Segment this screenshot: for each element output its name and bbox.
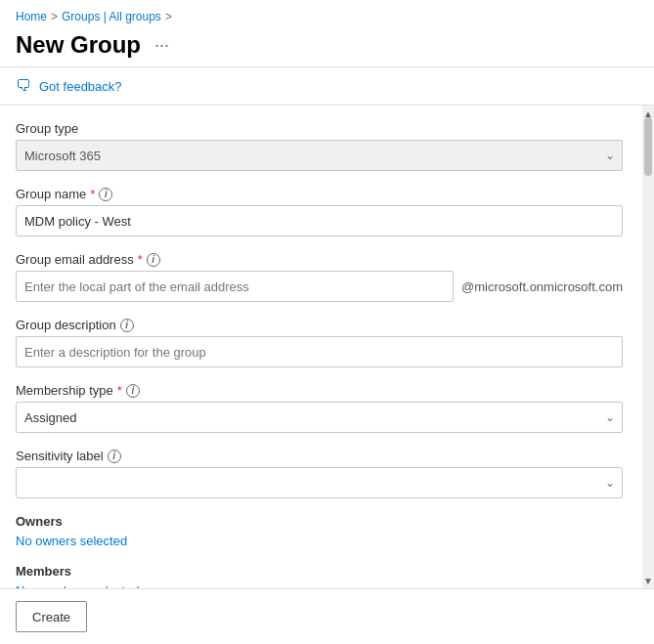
group-type-wrapper: Microsoft 365 ⌄	[16, 140, 623, 171]
members-label: Members	[16, 564, 623, 579]
owners-section: Owners No owners selected	[16, 514, 623, 548]
sensitivity-label-label: Sensitivity label i	[16, 449, 623, 463]
email-domain: @microsoft.onmicrosoft.com	[461, 279, 623, 294]
form-area: Group type Microsoft 365 ⌄ Group name * …	[0, 106, 642, 588]
email-row: @microsoft.onmicrosoft.com	[16, 271, 623, 302]
membership-type-wrapper: Assigned Dynamic User Dynamic Device ⌄	[16, 402, 623, 433]
group-description-input[interactable]	[16, 336, 623, 367]
breadcrumb-groups[interactable]: Groups | All groups	[62, 10, 161, 23]
sensitivity-label-section: Sensitivity label i ⌄	[16, 449, 623, 498]
group-description-section: Group description i	[16, 318, 623, 367]
breadcrumb-sep-2: >	[165, 10, 172, 23]
sensitivity-label-wrapper: ⌄	[16, 467, 623, 498]
group-email-section: Group email address * i @microsoft.onmic…	[16, 252, 623, 302]
breadcrumb: Home > Groups | All groups >	[0, 0, 654, 27]
feedback-label: Got feedback?	[39, 79, 122, 94]
group-name-label: Group name * i	[16, 187, 623, 201]
breadcrumb-sep-1: >	[51, 10, 58, 23]
group-name-info-icon[interactable]: i	[99, 188, 112, 201]
sensitivity-label-info-icon[interactable]: i	[108, 450, 121, 463]
group-email-input[interactable]	[16, 271, 454, 302]
group-name-section: Group name * i	[16, 187, 623, 236]
group-name-required: *	[90, 187, 95, 201]
membership-type-label: Membership type * i	[16, 383, 623, 398]
members-section: Members No members selected	[16, 564, 623, 588]
sensitivity-label-select[interactable]	[16, 467, 623, 498]
content-wrapper: Group type Microsoft 365 ⌄ Group name * …	[0, 106, 654, 588]
group-type-section: Group type Microsoft 365 ⌄	[16, 121, 623, 171]
group-description-info-icon[interactable]: i	[120, 319, 134, 332]
membership-type-section: Membership type * i Assigned Dynamic Use…	[16, 383, 623, 433]
create-button[interactable]: Create	[16, 601, 87, 632]
footer: Create	[0, 588, 654, 644]
breadcrumb-home[interactable]: Home	[16, 10, 47, 23]
page-title: New Group	[16, 31, 141, 59]
group-type-label: Group type	[16, 121, 623, 136]
scrollbar-thumb[interactable]	[644, 117, 652, 176]
group-description-label: Group description i	[16, 318, 623, 332]
scrollbar: ▲ ▼	[642, 106, 654, 588]
page-header: New Group ···	[0, 27, 654, 66]
group-email-label: Group email address * i	[16, 252, 623, 267]
membership-type-required: *	[117, 383, 122, 398]
membership-type-info-icon[interactable]: i	[126, 384, 140, 398]
group-name-input[interactable]	[16, 205, 623, 236]
feedback-bar[interactable]: 🗨 Got feedback?	[0, 67, 654, 105]
owners-label: Owners	[16, 514, 623, 529]
scroll-down-button[interactable]: ▼	[642, 573, 654, 588]
more-options-button[interactable]: ···	[149, 33, 175, 58]
group-email-info-icon[interactable]: i	[147, 253, 160, 267]
group-email-required: *	[138, 252, 143, 267]
membership-type-select[interactable]: Assigned Dynamic User Dynamic Device	[16, 402, 623, 433]
group-type-select[interactable]: Microsoft 365	[16, 140, 623, 171]
feedback-icon: 🗨	[16, 77, 31, 95]
owners-empty-link[interactable]: No owners selected	[16, 534, 127, 548]
